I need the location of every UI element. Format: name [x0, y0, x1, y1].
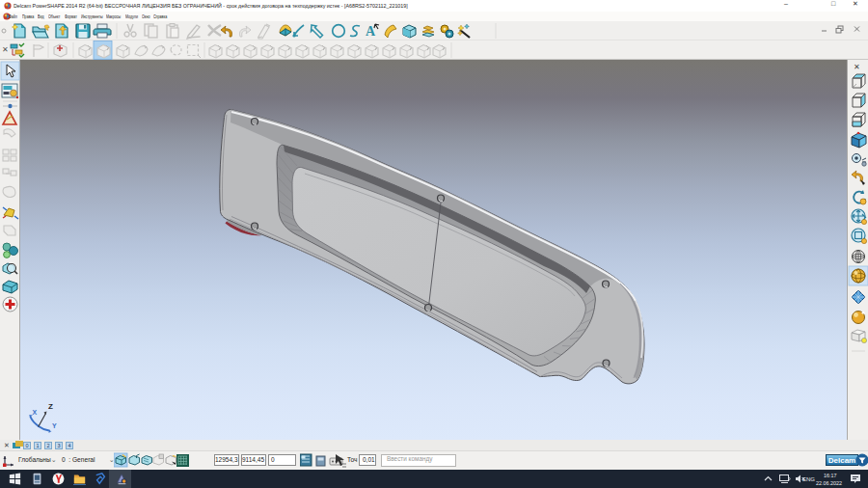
svg-text:Z: Z: [48, 402, 53, 411]
svg-text:✕: ✕: [854, 63, 860, 71]
svg-text:✕: ✕: [2, 45, 9, 54]
svg-text:X: X: [33, 409, 38, 416]
svg-text:Y: Y: [52, 422, 57, 429]
